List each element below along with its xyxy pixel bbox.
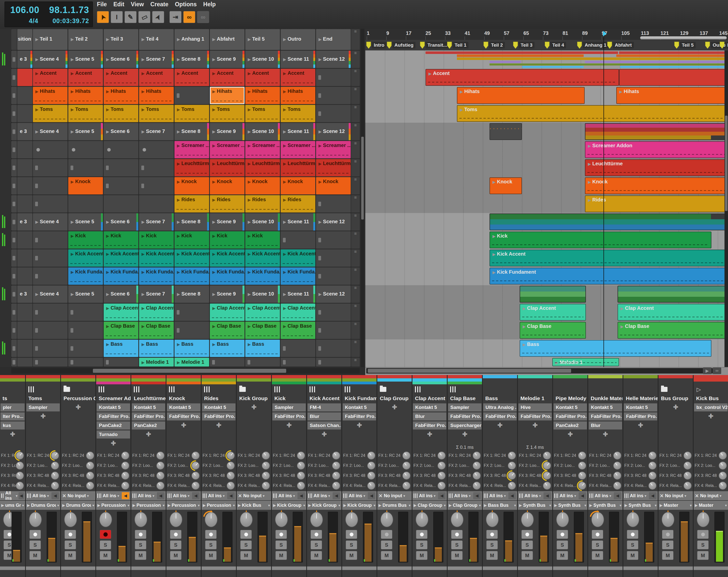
folded-clip-bar[interactable]	[619, 51, 728, 54]
device-item[interactable]: Hive	[518, 404, 552, 411]
record-arm-button[interactable]	[135, 530, 146, 539]
menu-view[interactable]: View	[131, 1, 144, 8]
device-item[interactable]: PanCake2	[553, 421, 587, 430]
input-selector[interactable]: All ins▾◀	[553, 491, 588, 500]
eraser-tool[interactable]: ▭	[138, 11, 150, 23]
output-routing-selector[interactable]: ▶Kick Group▾	[342, 501, 376, 510]
fx-send-knob[interactable]	[613, 471, 622, 480]
empty-clip-slot[interactable]	[17, 231, 32, 249]
empty-clip-slot[interactable]	[17, 268, 32, 285]
fx-send-knob[interactable]	[437, 451, 446, 460]
monitor-speaker-icon[interactable]: ◀	[51, 492, 59, 499]
device-item[interactable]: FabFilter Pro...	[624, 412, 657, 420]
monitor-speaker-icon[interactable]: ◀	[368, 492, 375, 499]
scene-section-header[interactable]: ▶End	[316, 29, 351, 50]
solo-button[interactable]: S	[627, 540, 639, 549]
monitor-speaker-icon[interactable]: ◀	[649, 492, 656, 499]
volume-fader-track[interactable]	[363, 512, 373, 562]
arranger-clip[interactable]	[520, 286, 586, 303]
device-item[interactable]: Sampler	[272, 404, 306, 411]
fx-send-knob[interactable]	[227, 471, 235, 480]
channel-name[interactable]: Dunkle Materie	[588, 395, 623, 402]
folded-clip-bar[interactable]	[522, 66, 584, 68]
launcher-clip[interactable]: ▶Kick Accent	[68, 249, 103, 267]
device-item[interactable]: pler	[0, 404, 25, 411]
launcher-clip[interactable]: ▶Clap Base	[281, 322, 315, 339]
empty-clip-slot[interactable]	[139, 159, 174, 176]
empty-clip-slot[interactable]	[17, 304, 32, 321]
launcher-clip[interactable]: ▶Clap Accent	[139, 304, 174, 321]
arranger-clip[interactable]: ▶Knock	[585, 177, 728, 194]
launcher-clip[interactable]: ▶Hihats	[68, 87, 103, 104]
arranger-clip[interactable]: ▶Screamer Addon	[585, 141, 728, 158]
device-item[interactable]: Satson Chan...	[308, 421, 341, 430]
pan-knob[interactable]	[99, 512, 112, 527]
solo-button[interactable]: S	[381, 540, 392, 549]
mute-button[interactable]: M	[697, 551, 709, 560]
empty-clip-slot[interactable]	[68, 304, 103, 321]
launcher-clip[interactable]: ▶Kick Funda...	[281, 268, 315, 285]
scene-cell[interactable]: ▶e 3	[17, 123, 32, 140]
follow-toggle[interactable]: ∞	[197, 11, 209, 23]
scene-stop-cell[interactable]	[11, 69, 17, 86]
arranger-clip[interactable]: ▶Kick Accent	[490, 250, 728, 267]
device-item[interactable]: FabFilter Pro...	[413, 421, 446, 430]
device-item[interactable]: FabFilter Pro...	[483, 412, 517, 420]
add-device-button[interactable]: ✚	[26, 412, 60, 420]
fx-send-knob[interactable]	[437, 471, 446, 480]
device-item[interactable]: Kontakt 5	[132, 404, 165, 411]
fx-send-knob[interactable]	[402, 451, 411, 460]
scene-cell[interactable]: ▶Scene 7	[139, 213, 174, 230]
empty-clip-slot[interactable]	[68, 340, 103, 357]
fx-send-knob[interactable]	[543, 471, 551, 480]
launcher-clip[interactable]: ▶Kick	[245, 231, 280, 249]
row-menu-button[interactable]: ≡	[351, 213, 360, 230]
add-device-button[interactable]: ✚	[553, 431, 588, 438]
empty-clip-slot[interactable]	[33, 141, 68, 158]
arranger-clip[interactable]: ▶Kick	[490, 231, 711, 248]
scene-cell[interactable]: ▶Scene 6	[104, 123, 138, 140]
fx-send-knob[interactable]	[683, 482, 692, 490]
fx-send-knob[interactable]	[719, 461, 727, 470]
scene-section-header[interactable]: ▶Teil 1	[33, 29, 68, 50]
mute-button[interactable]: M	[486, 551, 498, 560]
input-selector[interactable]: All ins▾◀	[588, 491, 623, 500]
launcher-clip[interactable]: ▶Kick	[175, 231, 209, 249]
channel-name[interactable]: Helle Materie	[623, 395, 658, 402]
device-item[interactable]: Ultra Analog ...	[483, 404, 517, 411]
pan-knob[interactable]	[205, 512, 218, 527]
scene-cell[interactable]: ▶Scene 12	[316, 285, 351, 303]
pan-knob[interactable]	[240, 512, 253, 527]
empty-clip-slot[interactable]	[17, 177, 32, 194]
scene-cell[interactable]: ▶Scene 5	[68, 51, 103, 68]
solo-button[interactable]: S	[205, 540, 217, 549]
launcher-clip[interactable]: ▶Accent	[68, 69, 103, 86]
add-device-button[interactable]: ✚	[96, 440, 131, 447]
mute-button[interactable]: M	[100, 551, 111, 560]
record-arm-button[interactable]	[205, 530, 217, 539]
input-selector[interactable]: All ins▾◀	[131, 491, 166, 500]
empty-clip-slot[interactable]	[316, 340, 351, 357]
launcher-hscrollbar[interactable]	[11, 368, 360, 374]
scene-stop-cell[interactable]	[11, 285, 17, 303]
fx-send-knob[interactable]	[16, 451, 24, 460]
arranger-clip[interactable]: ▶Melodie 1	[552, 358, 619, 366]
menu-create[interactable]: Create	[150, 1, 168, 8]
mute-button[interactable]: M	[135, 551, 146, 560]
record-arm-button[interactable]	[521, 530, 533, 539]
fx-send-knob[interactable]	[227, 451, 235, 460]
fx-send-knob[interactable]	[16, 461, 24, 470]
device-item[interactable]: lter Pro...	[0, 412, 25, 420]
fx-send-knob[interactable]	[472, 451, 481, 460]
zoom-follow-icon[interactable]: ∞	[713, 367, 721, 374]
pan-knob[interactable]	[134, 512, 147, 527]
input-selector[interactable]: ✕No input▾	[658, 491, 693, 500]
launcher-clip[interactable]: ▶Kick Funda...	[139, 268, 174, 285]
fx-send-knob[interactable]	[648, 461, 657, 470]
empty-clip-slot[interactable]	[68, 195, 103, 213]
empty-clip-slot[interactable]	[17, 105, 32, 122]
input-selector[interactable]: All ins▾◀	[0, 491, 25, 500]
pan-knob[interactable]	[450, 512, 464, 527]
launcher-clip[interactable]: ▶Bass	[210, 340, 244, 357]
launcher-clip[interactable]: ▶Kick Funda...	[175, 268, 209, 285]
